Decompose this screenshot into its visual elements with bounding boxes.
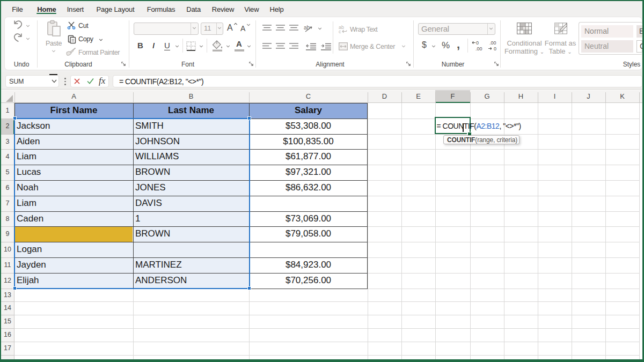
svg-text:0: 0 (476, 40, 479, 46)
svg-text:.00: .00 (489, 40, 496, 46)
svg-text:0: 0 (494, 46, 496, 51)
svg-text:.00: .00 (475, 46, 482, 51)
svg-text:ab: ab (304, 25, 310, 31)
svg-text:c: c (339, 29, 341, 34)
